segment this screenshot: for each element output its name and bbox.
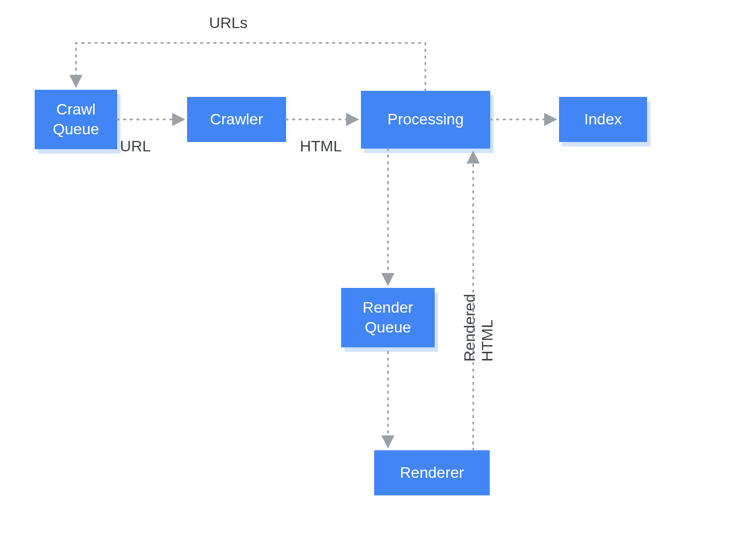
node-renderer: Renderer — [374, 450, 490, 495]
edge-processing-crawlqueue — [76, 43, 425, 91]
node-processing: Processing — [361, 91, 490, 149]
edge-label-urls: URLs — [209, 14, 248, 32]
crawl-pipeline-diagram: Crawl Queue Crawler Processing Index Ren… — [0, 0, 756, 540]
node-index-label: Index — [584, 110, 622, 129]
node-crawl-queue: Crawl Queue — [35, 90, 117, 149]
edge-label-rendered-html: Rendered HTML — [461, 252, 496, 362]
node-index: Index — [559, 97, 647, 142]
node-crawl-queue-label: Crawl Queue — [53, 100, 99, 140]
edge-label-html: HTML — [300, 138, 342, 155]
node-renderer-label: Renderer — [400, 463, 464, 483]
node-crawler-label: Crawler — [210, 110, 263, 129]
node-processing-label: Processing — [387, 110, 464, 129]
node-render-queue-label: Render Queue — [363, 298, 413, 338]
node-crawler: Crawler — [187, 97, 286, 142]
edge-label-url: URL — [120, 138, 151, 155]
node-render-queue: Render Queue — [341, 288, 435, 347]
